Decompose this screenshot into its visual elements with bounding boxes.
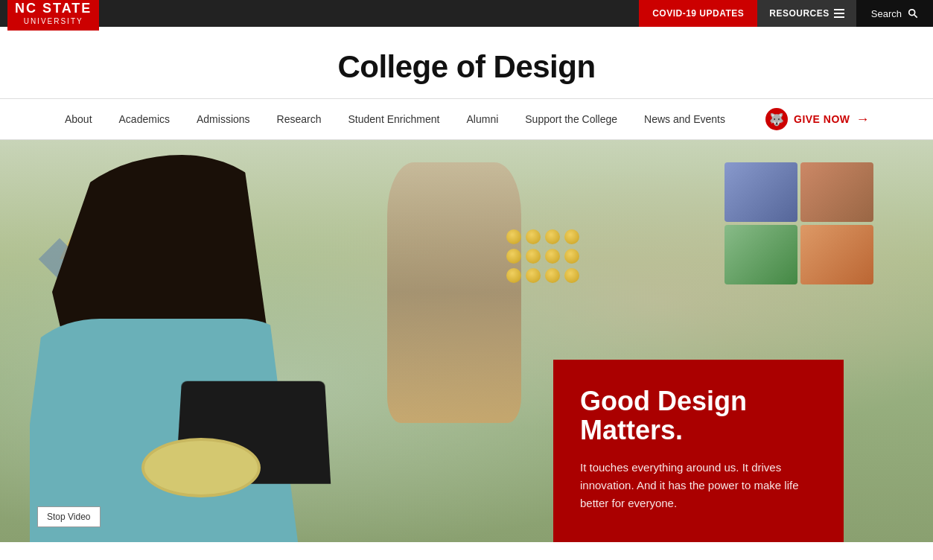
nav-link-research[interactable]: Research bbox=[264, 103, 335, 136]
nav-link-support[interactable]: Support the College bbox=[512, 103, 631, 136]
resources-button[interactable]: RESOURCES bbox=[757, 0, 856, 27]
nav-item-alumni[interactable]: Alumni bbox=[453, 103, 512, 136]
nav-item-about[interactable]: About bbox=[51, 103, 106, 136]
photo-cell-4 bbox=[800, 225, 873, 284]
logo-area: NC STATE UNIVERSITY bbox=[0, 0, 99, 31]
covid-updates-button[interactable]: COVID-19 UPDATES bbox=[639, 0, 757, 27]
photo-cell-3 bbox=[725, 225, 797, 284]
hero-section: Stop Video Good Design Matters. It touch… bbox=[0, 140, 933, 542]
site-title-section: College of Design bbox=[0, 27, 933, 98]
photo-cell-1 bbox=[725, 162, 797, 222]
nav-items: About Academics Admissions Research Stud… bbox=[51, 103, 739, 136]
wolf-icon: 🐺 bbox=[765, 108, 788, 130]
give-now-label: GIVE NOW bbox=[794, 113, 850, 125]
wall-art bbox=[387, 162, 521, 423]
yellow-balls-decoration bbox=[506, 229, 596, 283]
nav-link-about[interactable]: About bbox=[51, 103, 106, 136]
photo-cell-2 bbox=[800, 162, 873, 222]
svg-point-0 bbox=[909, 10, 915, 16]
ncstate-logo[interactable]: NC STATE UNIVERSITY bbox=[7, 0, 99, 31]
nav-item-student-enrichment[interactable]: Student Enrichment bbox=[335, 103, 453, 136]
nav-item-news[interactable]: News and Events bbox=[631, 103, 739, 136]
nav-item-research[interactable]: Research bbox=[264, 103, 335, 136]
main-nav: About Academics Admissions Research Stud… bbox=[0, 98, 933, 140]
hero-body: It touches everything around us. It driv… bbox=[580, 459, 817, 512]
nav-link-news[interactable]: News and Events bbox=[631, 103, 739, 136]
nav-link-admissions[interactable]: Admissions bbox=[183, 103, 264, 136]
logo-line1: NC STATE bbox=[15, 1, 92, 17]
hero-card: Good Design Matters. It touches everythi… bbox=[553, 360, 844, 542]
give-now-button[interactable]: 🐺 GIVE NOW → bbox=[754, 99, 882, 139]
resources-label: RESOURCES bbox=[769, 8, 829, 19]
nav-link-alumni[interactable]: Alumni bbox=[453, 103, 512, 136]
craft-plate bbox=[141, 438, 261, 497]
photo-grid bbox=[725, 162, 873, 284]
search-label: Search bbox=[871, 8, 902, 19]
top-bar-right: COVID-19 UPDATES RESOURCES Search bbox=[639, 0, 933, 27]
nav-item-support[interactable]: Support the College bbox=[512, 103, 631, 136]
search-icon bbox=[908, 8, 918, 19]
logo-line2: UNIVERSITY bbox=[24, 17, 83, 26]
person-figure bbox=[30, 155, 387, 542]
arrow-icon: → bbox=[856, 112, 870, 127]
nav-item-academics[interactable]: Academics bbox=[106, 103, 183, 136]
nav-link-academics[interactable]: Academics bbox=[106, 103, 183, 136]
menu-icon bbox=[834, 9, 844, 18]
stop-video-button[interactable]: Stop Video bbox=[37, 506, 101, 527]
top-bar: NC STATE UNIVERSITY COVID-19 UPDATES RES… bbox=[0, 0, 933, 27]
site-title: College of Design bbox=[0, 49, 933, 85]
nav-item-admissions[interactable]: Admissions bbox=[183, 103, 264, 136]
search-button[interactable]: Search bbox=[856, 0, 933, 27]
hero-headline: Good Design Matters. bbox=[580, 386, 817, 445]
nav-link-student-enrichment[interactable]: Student Enrichment bbox=[335, 103, 453, 136]
svg-line-1 bbox=[914, 15, 917, 18]
